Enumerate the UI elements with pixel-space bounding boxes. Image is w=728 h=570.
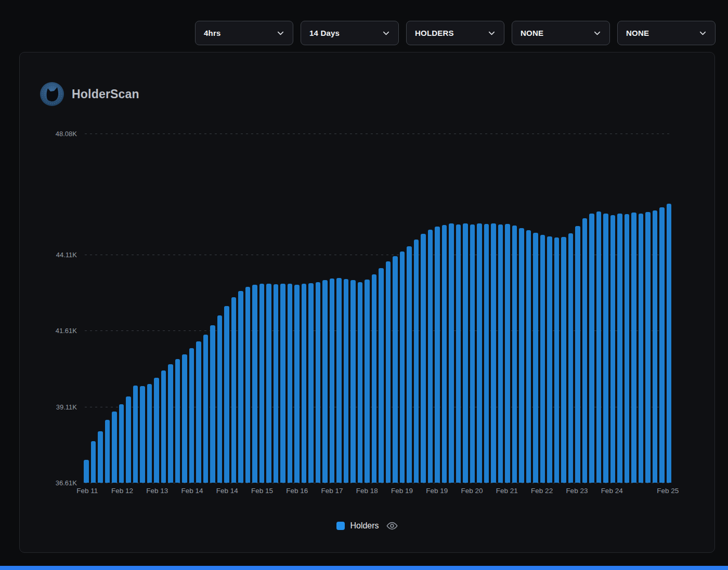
holders-bar bbox=[667, 204, 672, 483]
chevron-down-icon bbox=[277, 29, 284, 37]
holders-bar bbox=[140, 386, 145, 483]
x-axis-label: Feb 23 bbox=[566, 487, 588, 495]
chevron-down-icon bbox=[488, 29, 496, 37]
holders-bar bbox=[393, 256, 398, 483]
x-axis-label: Feb 16 bbox=[286, 487, 308, 495]
x-axis-label: Feb 18 bbox=[356, 487, 378, 495]
holders-bar bbox=[288, 284, 293, 483]
holders-bar bbox=[316, 282, 321, 483]
period-dropdown[interactable]: 14 Days bbox=[301, 21, 399, 45]
holders-bar bbox=[561, 237, 566, 483]
holders-bar bbox=[238, 291, 243, 483]
x-axis: Feb 11Feb 12Feb 13Feb 14Feb 14Feb 15Feb … bbox=[84, 487, 671, 496]
x-axis-label: Feb 19 bbox=[391, 487, 413, 495]
y-axis-label: 41.61K bbox=[56, 327, 77, 335]
controls-bar: 4hrs 14 Days HOLDERS NONE NONE bbox=[195, 21, 716, 45]
holders-bar bbox=[105, 420, 110, 483]
holders-bar bbox=[203, 335, 209, 483]
holders-bar bbox=[449, 223, 454, 483]
compare2-dropdown[interactable]: NONE bbox=[617, 21, 716, 45]
x-axis-label: Feb 20 bbox=[461, 487, 483, 495]
timeframe-dropdown-value: 4hrs bbox=[204, 29, 221, 37]
holders-bar bbox=[133, 386, 138, 483]
holders-bar bbox=[631, 213, 636, 483]
y-axis-label: 39.11K bbox=[56, 403, 77, 410]
plot-area bbox=[84, 134, 671, 483]
brand: HolderScan bbox=[40, 82, 139, 107]
bars bbox=[84, 134, 671, 483]
holders-bar bbox=[196, 341, 201, 483]
holders-bar bbox=[168, 364, 173, 483]
gridline bbox=[85, 483, 671, 483]
holders-bar bbox=[126, 396, 131, 483]
x-axis-label: Feb 22 bbox=[531, 487, 553, 495]
holders-bar bbox=[308, 283, 314, 483]
holders-bar bbox=[421, 234, 426, 483]
holders-bar bbox=[274, 284, 279, 483]
holders-bar bbox=[358, 282, 363, 483]
holders-bar bbox=[386, 261, 391, 483]
holders-bar bbox=[596, 211, 602, 483]
metric-dropdown-value: HOLDERS bbox=[415, 29, 454, 37]
holders-bar bbox=[603, 214, 608, 483]
y-axis-label: 36.61K bbox=[56, 479, 77, 487]
x-axis-label: Feb 19 bbox=[426, 487, 448, 495]
holders-bar bbox=[653, 210, 658, 483]
holders-bar bbox=[589, 214, 594, 483]
holders-bar bbox=[161, 370, 166, 483]
brand-name: HolderScan bbox=[72, 87, 139, 101]
legend-swatch[interactable] bbox=[336, 522, 345, 530]
compare1-dropdown-value: NONE bbox=[521, 29, 543, 37]
holders-bar bbox=[540, 235, 545, 483]
x-axis-label: Feb 17 bbox=[321, 487, 343, 495]
holders-bar bbox=[456, 224, 461, 483]
holders-bar bbox=[112, 412, 117, 483]
x-axis-label: Feb 14 bbox=[181, 487, 203, 495]
holders-bar bbox=[463, 223, 468, 483]
legend-label[interactable]: Holders bbox=[350, 521, 379, 531]
holders-bar bbox=[379, 268, 384, 483]
holders-bar bbox=[182, 354, 187, 483]
holders-bar bbox=[372, 274, 377, 483]
eye-icon[interactable] bbox=[386, 520, 398, 532]
holders-bar bbox=[512, 226, 517, 483]
holders-bar bbox=[154, 378, 159, 483]
holderscan-cat-logo-icon bbox=[40, 82, 64, 107]
holders-bar bbox=[84, 460, 89, 483]
holders-bar bbox=[98, 431, 103, 483]
holders-bar bbox=[575, 226, 580, 483]
compare1-dropdown[interactable]: NONE bbox=[512, 21, 610, 45]
chart-card: HolderScan 48.08K44.11K41.61K39.11K36.61… bbox=[19, 52, 715, 553]
bottom-accent-bar bbox=[0, 566, 728, 570]
x-axis-label: Feb 12 bbox=[111, 487, 133, 495]
x-axis-label: Feb 11 bbox=[76, 487, 98, 495]
holders-bar bbox=[659, 207, 665, 483]
holders-bar bbox=[533, 233, 538, 483]
holders-bar bbox=[407, 246, 412, 483]
timeframe-dropdown[interactable]: 4hrs bbox=[195, 21, 293, 45]
holders-bar bbox=[582, 218, 588, 483]
holders-bar bbox=[322, 280, 328, 483]
holders-bar bbox=[519, 228, 524, 483]
holders-bar bbox=[526, 230, 531, 483]
y-axis-label: 44.11K bbox=[56, 250, 77, 258]
chevron-down-icon bbox=[382, 29, 390, 37]
holders-bar bbox=[645, 212, 651, 483]
holders-bar bbox=[365, 280, 370, 483]
x-axis-label: Feb 24 bbox=[601, 487, 623, 495]
holders-bar bbox=[147, 384, 152, 483]
x-axis-label: Feb 21 bbox=[496, 487, 518, 495]
holders-bar bbox=[280, 284, 285, 483]
chevron-down-icon bbox=[593, 29, 601, 37]
holders-bar bbox=[175, 359, 180, 483]
holders-bar bbox=[245, 287, 251, 483]
holders-bar bbox=[498, 224, 503, 483]
holders-bar bbox=[505, 224, 510, 483]
holders-bar bbox=[625, 214, 630, 483]
metric-dropdown[interactable]: HOLDERS bbox=[406, 21, 504, 45]
compare2-dropdown-value: NONE bbox=[626, 29, 649, 37]
x-axis-label: Feb 15 bbox=[251, 487, 273, 495]
period-dropdown-value: 14 Days bbox=[309, 29, 340, 37]
x-axis-label: Feb 14 bbox=[216, 487, 238, 495]
holders-bar bbox=[400, 251, 405, 483]
